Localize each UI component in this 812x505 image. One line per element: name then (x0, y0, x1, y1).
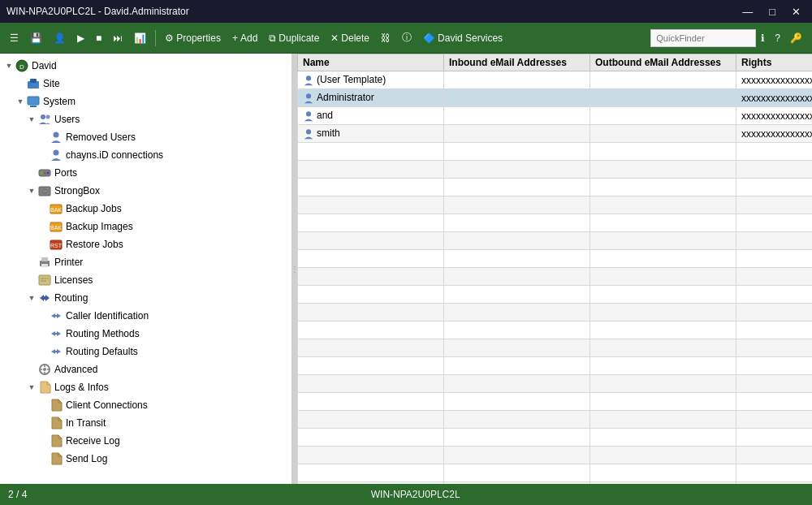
table-row-empty (298, 196, 813, 214)
table-row[interactable]: andxxxxxxxxxxxxxxxx…-- rx (298, 107, 813, 125)
toolbar-skip-btn[interactable]: ⏭ (108, 29, 127, 47)
svg-text:RST: RST (50, 243, 63, 248)
toolbar-menu-btn[interactable]: ☰ (5, 29, 24, 47)
col-header-inbound[interactable]: Inbound eMail Addresses (444, 54, 590, 71)
sidebar-label-licenses: Licenses (54, 274, 93, 286)
sidebar-item-caller-id[interactable]: Caller Identification (0, 307, 292, 325)
cell-name: smith (298, 125, 444, 143)
cell-outbound (590, 125, 736, 143)
table-row-empty (298, 286, 813, 304)
toolbar-properties-btn[interactable]: ⚙ Properties (160, 29, 226, 47)
sidebar-item-printer[interactable]: Printer (0, 253, 292, 271)
col-header-outbound[interactable]: Outbound eMail Addresses (590, 54, 736, 71)
sidebar-label-strongbox: StrongBox (54, 185, 100, 196)
sidebar-label-routing: Routing (54, 292, 88, 304)
sidebar-item-receive-log[interactable]: Receive Log (0, 432, 292, 450)
svg-rect-5 (30, 106, 37, 107)
sidebar-label-david: David (32, 60, 57, 71)
svg-text:D: D (19, 63, 24, 71)
table-row-empty (298, 250, 813, 268)
help1-btn[interactable]: ℹ (756, 29, 770, 47)
toolbar-info-btn[interactable]: ⓘ (397, 28, 417, 48)
toolbar-user-btn[interactable]: 👤 (49, 29, 71, 47)
sidebar-item-routing-methods[interactable]: Routing Methods (0, 325, 292, 343)
title-bar: WIN-NPA2U0PLC2L - David.Administrator — … (0, 0, 812, 23)
minimize-button[interactable]: — (737, 4, 758, 19)
svg-point-12 (44, 172, 46, 175)
node-icon-routing-methods (49, 327, 63, 340)
sidebar-label-backup-jobs: Backup Jobs (66, 203, 122, 214)
svg-point-6 (41, 114, 45, 119)
node-icon-printer (37, 256, 52, 269)
toolbar-delete-btn[interactable]: ✕ Delete (326, 29, 374, 47)
svg-text:BAK: BAK (50, 207, 62, 213)
toolbar-play-btn[interactable]: ▶ (72, 29, 89, 47)
toolbar-duplicate-btn[interactable]: ⧉ Duplicate (264, 29, 324, 47)
table-wrapper: NameInbound eMail AddressesOutbound eMai… (297, 54, 812, 484)
sidebar-item-site[interactable]: Site (0, 75, 292, 93)
sidebar-tree: ▼ D David Site ▼ System ▼ Users Removed … (0, 54, 292, 484)
cell-name: Administrator (298, 89, 444, 107)
key-btn[interactable]: 🔑 (785, 29, 807, 47)
empty-cell (298, 161, 444, 179)
table-row-empty (298, 179, 813, 196)
cell-outbound (590, 107, 736, 125)
table-row-empty (298, 143, 813, 161)
svg-point-35 (306, 76, 311, 80)
sidebar-item-removed-users[interactable]: Removed Users (0, 128, 292, 146)
toolbar-add-btn[interactable]: + Add (227, 29, 262, 47)
toolbar-connect-btn[interactable]: ⛓ (376, 29, 395, 47)
sidebar-item-routing[interactable]: ▼ Routing (0, 289, 292, 307)
table-body: (User Template)xxxxxxxxxxxxxxxx…-- rxAdm… (298, 71, 813, 485)
svg-point-36 (306, 93, 311, 98)
toolbar-stop-btn[interactable]: ■ (91, 29, 106, 47)
empty-cell (298, 286, 444, 304)
col-header-name[interactable]: Name (298, 54, 444, 71)
svg-rect-3 (30, 79, 37, 83)
table-row-empty (298, 339, 813, 357)
users-table: NameInbound eMail AddressesOutbound eMai… (297, 54, 812, 484)
sidebar-item-client-connections[interactable]: Client Connections (0, 396, 292, 414)
table-row[interactable]: smithxxxxxxxxxxxxxxxx…-- rx (298, 125, 813, 143)
help2-btn[interactable]: ? (770, 29, 785, 47)
cell-rights: xxxxxxxxxxxxxxxx… (736, 125, 813, 143)
node-icon-users (37, 113, 52, 126)
table-row-empty (298, 304, 813, 322)
empty-cell (298, 339, 444, 357)
toolbar-save-btn[interactable]: 💾 (25, 29, 47, 47)
status-bar: 2 / 4 WIN-NPA2U0PLC2L (0, 484, 812, 505)
sidebar-item-advanced[interactable]: Advanced (0, 360, 292, 378)
sidebar-item-david[interactable]: ▼ D David (0, 57, 292, 75)
sidebar-item-users[interactable]: ▼ Users (0, 110, 292, 128)
quickfinder-input[interactable] (650, 29, 756, 47)
toolbar-chart-btn[interactable]: 📊 (129, 29, 151, 47)
sidebar-item-in-transit[interactable]: In Transit (0, 414, 292, 432)
sidebar-label-logs: Logs & Infos (54, 382, 109, 393)
col-header-rights[interactable]: Rights (736, 54, 813, 71)
sidebar-item-backup-jobs[interactable]: BAK Backup Jobs (0, 200, 292, 218)
content-area: NameInbound eMail AddressesOutbound eMai… (297, 54, 812, 484)
sidebar-item-system[interactable]: ▼ System (0, 93, 292, 110)
sidebar-label-client-connections: Client Connections (66, 399, 148, 411)
sidebar-label-send-log: Send Log (66, 453, 107, 464)
sidebar-item-strongbox[interactable]: ▼ StrongBox (0, 182, 292, 200)
sidebar-item-chayns[interactable]: chayns.iD connections (0, 146, 292, 164)
expand-icon-david: ▼ (3, 62, 15, 70)
table-row-empty (298, 214, 813, 232)
close-button[interactable]: ✕ (787, 4, 806, 19)
sidebar-item-routing-defaults[interactable]: Routing Defaults (0, 343, 292, 360)
sidebar-label-routing-defaults: Routing Defaults (66, 346, 138, 357)
sidebar-item-send-log[interactable]: Send Log (0, 450, 292, 468)
toolbar-david-services-btn[interactable]: 🔷 David Services (418, 29, 508, 47)
table-row[interactable]: (User Template)xxxxxxxxxxxxxxxx…-- rx (298, 71, 813, 89)
sidebar-item-ports[interactable]: Ports (0, 164, 292, 182)
sidebar-item-restore-jobs[interactable]: RST Restore Jobs (0, 235, 292, 253)
node-icon-backup-images: BAK (49, 220, 63, 233)
sidebar-item-backup-images[interactable]: BAK Backup Images (0, 218, 292, 235)
cell-rights: xxxxxxxxxxxxxxxx… (736, 71, 813, 89)
table-row[interactable]: Administratorxxxxxxxxxxxxxxxx…-- rx (298, 89, 813, 107)
maximize-button[interactable]: □ (764, 4, 780, 19)
sidebar-item-logs[interactable]: ▼ Logs & Infos (0, 378, 292, 396)
sidebar-item-licenses[interactable]: Licenses (0, 271, 292, 289)
cell-inbound (444, 107, 590, 125)
